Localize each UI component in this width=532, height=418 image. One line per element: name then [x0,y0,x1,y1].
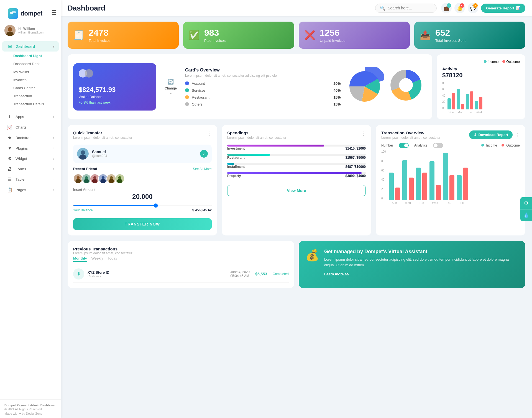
tab-monthly[interactable]: Monthly [73,256,87,262]
nav-item-bootstrap[interactable]: ★ Bootstrap › [2,133,59,143]
nav-item-charts[interactable]: 📈 Charts › [2,122,59,132]
download-report-button[interactable]: ⬇ Download Report [469,130,513,139]
sidebar-footer: Dompet Payment Admin Dashboard © 2021 Al… [0,399,61,418]
big-bar-fri [457,168,468,200]
nav-label-dashboard: Dashboard [16,44,35,48]
nav-label-forms: Forms [16,167,26,171]
nav-item-dashboard[interactable]: ⊞ Dashboard ▾ [2,41,59,52]
nav-item-table[interactable]: ☰ Table › [2,174,59,184]
nav-sub-invoices[interactable]: Invoices [0,76,61,84]
contact-avatar [77,148,89,160]
nav-sub-cards-center[interactable]: Cards Center [0,84,61,92]
investment-info: Investment $1415 /$2000 [227,147,366,150]
stat-num-paid: 983 [204,28,226,38]
property-info: Property $3890 /$4000 [227,174,366,178]
bar-wed-income [475,101,478,109]
bar-chart [447,82,482,109]
chevron-right-icon-8: › [53,188,54,192]
change-button[interactable]: 🔄 Change ▾ [161,76,181,97]
footer-copy: © 2021 All Rights Reserved [4,407,57,411]
number-toggle[interactable] [399,143,409,148]
wallet-change: +0,8% than last week [79,101,151,104]
see-all-link[interactable]: See All More [193,167,212,171]
stat-cards: 🧾 2478 Total Invoices ✅ 983 Paid Invoice… [68,22,525,49]
friends-avatars [73,174,212,184]
settings-side-button[interactable]: ⚙ [520,197,532,209]
invoice-icon: 🧾 [73,30,84,40]
services-label: Services [192,88,331,93]
nav-item-forms[interactable]: 🖨 Forms › [2,164,59,174]
logo: dompet [3,3,47,22]
tx-more-icon[interactable]: ⋮ [515,132,520,138]
wallet-icon-btn[interactable]: 💼 2 [441,3,452,13]
amount-slider[interactable] [73,205,212,206]
nav-item-pages[interactable]: 📋 Pages › [2,185,59,195]
account-dot [185,81,189,85]
generate-report-button[interactable]: Generate Report 📊 [481,4,525,13]
svg-rect-1 [12,11,16,13]
svg-point-9 [81,150,85,155]
balance-value: $ 456,345.62 [192,208,212,212]
tx-toggles: Number Analytics Income Outcome [381,143,520,148]
transfer-now-button[interactable]: TRANSFER NOW [73,218,212,230]
view-more-button[interactable]: View More [227,185,366,196]
restaurant-label: Restaurant [192,95,331,99]
tx-outcome-legend: Outcome [502,143,520,147]
big-chart-labels: Sun Mon Tue Wed Thu Fri [389,201,468,204]
stat-num-unpaid: 1256 [320,28,346,38]
bell-icon-btn[interactable]: 🔔 12 [454,3,465,13]
chevron-right-icon-3: › [53,136,54,140]
footer-brand: Dompet Payment Admin Dashboard [4,404,57,407]
property-vals: $3890 /$4000 [346,174,366,178]
card-panel: $824,571.93 Wallet Balance +0,8% than la… [68,54,432,119]
activity-legend: Income Outcome [442,60,520,64]
nav: ⊞ Dashboard ▾ Dashboard Light Dashboard … [0,40,61,399]
tab-today[interactable]: Today [108,256,117,262]
chat-icon-btn[interactable]: 💬 5 [468,3,478,13]
nav-sub-transaction-details[interactable]: Transaction Details [0,100,61,108]
nav-sub-my-wallet[interactable]: My Wallet [0,68,61,76]
restaurant-label: Restaurant [227,156,245,160]
svg-point-21 [102,176,105,179]
chevron-right-icon-4: › [53,146,54,150]
bar-group-tue [466,91,473,109]
side-buttons: ⚙ 💧 [520,197,532,221]
spendings-more-icon[interactable]: ⋮ [361,130,366,137]
overview-info: Card's Overview Lorem ipsum dolor sit am… [185,68,341,106]
nav-sub-dashboard-dark[interactable]: Dashboard Dark [0,60,61,68]
amount-label: Insert Amount [73,188,212,192]
analytics-toggle[interactable] [433,143,443,148]
investment-bar-bg [227,145,366,147]
balance-label: Your Balance [73,208,93,212]
installment-info: Installment $487 /$10000 [227,165,366,169]
search-input[interactable] [388,6,432,10]
svg-point-27 [118,176,121,179]
svg-point-18 [93,176,96,179]
footer-made: Made with ♥ by DesignZone [4,412,57,415]
user-info: Hi, William william@gmail.com [18,27,44,34]
nav-label-pages: Pages [16,188,26,192]
nav-sub-dashboard-light[interactable]: Dashboard Light [0,52,61,60]
tab-weekly[interactable]: Weekly [91,256,103,262]
spendings-panel: Spendings Lorem ipsum dolor sit amet, co… [222,125,371,235]
forms-icon: 🖨 [7,166,13,171]
overview-item-others: Others 15% [185,102,341,106]
bar-tue-outcome [470,91,473,109]
nav-item-apps[interactable]: ℹ Apps › [2,112,59,122]
nav-sub-transaction[interactable]: Transaction [0,92,61,100]
va-title: Get managed by Dompet's Virtual Assistan… [324,249,519,255]
nav-item-plugins[interactable]: ♥ Plugins › [2,143,59,153]
va-learn-more-link[interactable]: Learn more >> [324,272,349,276]
svg-point-12 [77,176,80,179]
wallet-card: $824,571.93 Wallet Balance +0,8% than la… [73,63,156,111]
water-drop-side-button[interactable]: 💧 [520,209,532,221]
content: 🧾 2478 Total Invoices ✅ 983 Paid Invoice… [61,16,532,418]
nav-item-widget[interactable]: ⚙ Widget › [2,153,59,164]
hamburger-icon[interactable]: ☰ [47,4,61,21]
table-icon: ☰ [7,177,13,182]
page-title: Dashboard [68,4,371,12]
more-options-icon[interactable]: ⋮ [207,130,212,137]
charts-icon: 📈 [7,125,13,130]
bar-sun-outcome [452,93,455,109]
installment-bar-bg [227,163,366,165]
